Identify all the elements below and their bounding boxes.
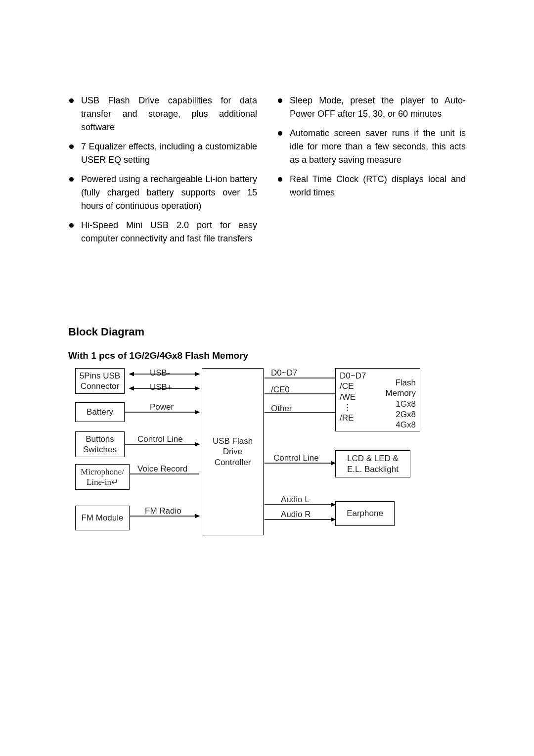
features-list-right: Sleep Mode, preset the player to Auto-Po…	[277, 94, 466, 199]
box-text: Earphone	[336, 508, 394, 519]
box-fm-module: FM Module	[75, 506, 130, 530]
flash-label: Flash	[365, 378, 416, 388]
box-buttons: Buttons Switches	[75, 431, 125, 457]
box-controller: USB Flash Drive Controller	[202, 368, 264, 535]
box-flash-memory: D0~D7 /CE /WE ⋮ /RE Flash Memory 1Gx8 2G…	[335, 368, 420, 431]
box-text: Connector	[76, 381, 124, 391]
box-text: Switches	[76, 444, 124, 455]
feature-item: USB Flash Drive capabilities for data tr…	[68, 94, 257, 134]
flash-pin: D0~D7	[340, 371, 365, 381]
flash-pin: /CE	[340, 381, 365, 391]
box-usb-connector: 5Pins USB Connector	[75, 368, 125, 394]
label-other: Other	[271, 404, 292, 414]
features-columns: USB Flash Drive capabilities for data tr…	[68, 94, 466, 251]
label-fm-radio: FM Radio	[145, 506, 181, 516]
label-usb-plus: USB+	[150, 382, 172, 392]
feature-item: Sleep Mode, preset the player to Auto-Po…	[277, 94, 466, 121]
features-list-left: USB Flash Drive capabilities for data tr…	[68, 94, 257, 245]
box-earphone: Earphone	[335, 501, 395, 526]
feature-item: 7 Equalizer effects, including a customi…	[68, 140, 257, 167]
label-power: Power	[150, 402, 174, 412]
flash-pin: /WE	[340, 392, 365, 402]
box-text: Controller	[202, 457, 263, 468]
label-ce0: /CE0	[271, 385, 290, 395]
feature-item: Automatic screen saver runs if the unit …	[277, 127, 466, 167]
flash-size: 4Gx8	[365, 420, 416, 430]
label-audio-l: Audio L	[281, 495, 310, 505]
box-text: Microphone/	[76, 467, 129, 477]
box-text: Buttons	[76, 434, 124, 444]
block-diagram: 5Pins USB Connector Battery Buttons Swit…	[68, 365, 424, 548]
box-text: 5Pins USB	[76, 371, 124, 381]
features-col-right: Sleep Mode, preset the player to Auto-Po…	[277, 94, 466, 251]
label-control-line-right: Control Line	[273, 453, 319, 463]
label-control-line-left: Control Line	[137, 434, 183, 444]
box-lcd: LCD & LED & E.L. Backlight	[335, 450, 410, 477]
section-title: Block Diagram	[68, 326, 466, 338]
box-battery: Battery	[75, 402, 125, 422]
flash-size: 1Gx8	[365, 399, 416, 409]
subsection-title: With 1 pcs of 1G/2G/4Gx8 Flash Memory	[68, 350, 466, 361]
box-text: LCD & LED &	[336, 453, 410, 464]
feature-item: Hi-Speed Mini USB 2.0 port for easy comp…	[68, 219, 257, 245]
label-usb-minus: USB-	[150, 368, 170, 378]
flash-label: Memory	[365, 388, 416, 398]
features-col-left: USB Flash Drive capabilities for data tr…	[68, 94, 257, 251]
feature-item: Real Time Clock (RTC) displays local and…	[277, 173, 466, 199]
label-d0d7: D0~D7	[271, 368, 297, 378]
box-text: Drive	[202, 446, 263, 457]
label-voice-record: Voice Record	[137, 464, 187, 474]
label-audio-r: Audio R	[281, 510, 311, 520]
flash-size: 2Gx8	[365, 409, 416, 420]
box-text: Battery	[76, 407, 124, 417]
flash-dots: ⋮	[340, 402, 355, 413]
box-microphone: Microphone/ Line-in↵	[75, 464, 130, 490]
box-text: Line-in↵	[76, 477, 129, 487]
box-text: USB Flash	[202, 436, 263, 446]
box-text: E.L. Backlight	[336, 464, 410, 474]
feature-item: Powered using a rechargeable Li-ion batt…	[68, 173, 257, 213]
box-text: FM Module	[76, 513, 129, 523]
flash-pin: /RE	[340, 413, 365, 423]
